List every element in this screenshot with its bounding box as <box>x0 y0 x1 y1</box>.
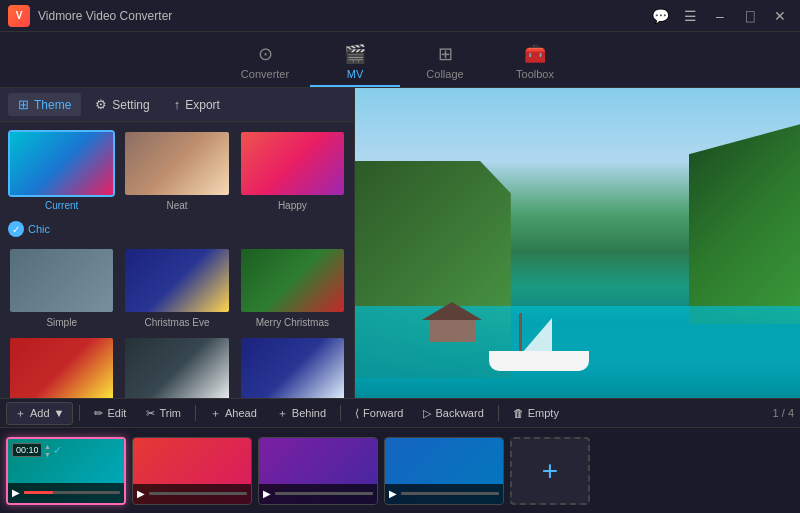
clip-progress-2[interactable] <box>149 492 247 495</box>
theme-merry[interactable]: Merry Christmas <box>239 247 346 328</box>
clip-time-arrows-1: ▲ ▼ <box>44 443 51 458</box>
sub-tab-setting[interactable]: ⚙ Setting <box>85 93 159 116</box>
timeline-clip-1[interactable]: ▲ ▼ ✓ ▶ <box>6 437 126 505</box>
clip-progress-fill-1 <box>24 491 53 494</box>
trim-button[interactable]: ✂ Trim <box>138 404 189 423</box>
theme-happy[interactable]: Happy <box>239 130 346 211</box>
clip-progress-1[interactable] <box>24 491 120 494</box>
clip-time-input-1[interactable] <box>12 443 42 457</box>
video-preview <box>355 88 800 451</box>
sub-tab-export[interactable]: ↑ Export <box>164 93 230 116</box>
close-button[interactable]: ✕ <box>768 6 792 26</box>
export-icon: ↑ <box>174 97 181 112</box>
hut-roof <box>422 302 482 320</box>
restore-button[interactable]: ⎕ <box>738 6 762 26</box>
clip-controls-1: ▶ <box>8 483 124 503</box>
boat-body <box>489 351 589 371</box>
backward-button[interactable]: ▷ Backward <box>415 404 491 423</box>
timeline-clip-2[interactable]: ▶ <box>132 437 252 505</box>
timeline-clip-3[interactable]: ▶ <box>258 437 378 505</box>
backward-label: Backward <box>435 407 483 419</box>
clip-controls-4: ▶ <box>385 484 503 504</box>
separator-3 <box>340 405 341 421</box>
tab-toolbox-label: Toolbox <box>516 68 554 80</box>
tab-converter-label: Converter <box>241 68 289 80</box>
theme-simple[interactable]: Simple <box>8 247 115 328</box>
add-button[interactable]: ＋ Add ▼ <box>6 402 73 425</box>
add-clip-icon: + <box>542 455 558 487</box>
sub-tab-export-label: Export <box>185 98 220 112</box>
title-bar: V Vidmore Video Converter 💬 ☰ – ⎕ ✕ <box>0 0 800 32</box>
hut <box>422 302 482 342</box>
cliff-right <box>689 124 800 324</box>
separator-4 <box>498 405 499 421</box>
clip-time-down-1[interactable]: ▼ <box>44 451 51 458</box>
behind-label: Behind <box>292 407 326 419</box>
edit-button[interactable]: ✏ Edit <box>86 404 134 423</box>
setting-icon: ⚙ <box>95 97 107 112</box>
add-chevron-icon: ▼ <box>54 407 65 419</box>
theme-christmas-label: Christmas Eve <box>144 317 209 328</box>
chic-text: Chic <box>28 223 50 235</box>
tab-mv[interactable]: 🎬 MV <box>310 37 400 87</box>
clip-controls-3: ▶ <box>259 484 377 504</box>
clip-controls-2: ▶ <box>133 484 251 504</box>
behind-button[interactable]: ＋ Behind <box>269 403 334 424</box>
video-background <box>355 88 800 451</box>
add-label: Add <box>30 407 50 419</box>
trim-label: Trim <box>159 407 181 419</box>
clip-play-4[interactable]: ▶ <box>389 488 397 499</box>
bottom-area: ＋ Add ▼ ✏ Edit ✂ Trim ＋ Ahead ＋ Behind ⟨… <box>0 398 800 513</box>
chic-section-label: ✓ Chic <box>8 219 346 239</box>
clip-time-up-1[interactable]: ▲ <box>44 443 51 450</box>
sub-tab-theme[interactable]: ⊞ Theme <box>8 93 81 116</box>
theme-neat-label: Neat <box>166 200 187 211</box>
add-clip-button[interactable]: + <box>510 437 590 505</box>
ahead-label: Ahead <box>225 407 257 419</box>
bottom-toolbar: ＋ Add ▼ ✏ Edit ✂ Trim ＋ Ahead ＋ Behind ⟨… <box>0 398 800 428</box>
timeline: ▲ ▼ ✓ ▶ ▶ <box>0 428 800 513</box>
collage-icon: ⊞ <box>438 43 453 65</box>
clip-progress-3[interactable] <box>275 492 373 495</box>
clip-play-1[interactable]: ▶ <box>12 487 20 498</box>
empty-button[interactable]: 🗑 Empty <box>505 404 567 422</box>
backward-icon: ▷ <box>423 407 431 420</box>
clip-progress-4[interactable] <box>401 492 499 495</box>
forward-label: Forward <box>363 407 403 419</box>
tab-mv-label: MV <box>347 68 364 80</box>
chat-button[interactable]: 💬 <box>648 6 672 26</box>
sub-tab-setting-label: Setting <box>112 98 149 112</box>
tab-collage[interactable]: ⊞ Collage <box>400 37 490 87</box>
behind-icon: ＋ <box>277 406 288 421</box>
app-title: Vidmore Video Converter <box>38 9 648 23</box>
clip-play-2[interactable]: ▶ <box>137 488 145 499</box>
forward-button[interactable]: ⟨ Forward <box>347 404 411 423</box>
main-tab-bar: ⊙ Converter 🎬 MV ⊞ Collage 🧰 Toolbox <box>0 32 800 88</box>
theme-christmas[interactable]: Christmas Eve <box>123 247 230 328</box>
converter-icon: ⊙ <box>258 43 273 65</box>
theme-neat[interactable]: Neat <box>123 130 230 211</box>
timeline-clip-4[interactable]: ▶ <box>384 437 504 505</box>
edit-label: Edit <box>107 407 126 419</box>
mv-icon: 🎬 <box>344 43 366 65</box>
theme-merry-label: Merry Christmas <box>256 317 329 328</box>
theme-current-label: Current <box>45 200 78 211</box>
empty-label: Empty <box>528 407 559 419</box>
ahead-button[interactable]: ＋ Ahead <box>202 403 265 424</box>
minimize-button[interactable]: – <box>708 6 732 26</box>
separator-1 <box>79 405 80 421</box>
tab-converter[interactable]: ⊙ Converter <box>220 37 310 87</box>
theme-current[interactable]: Current <box>8 130 115 211</box>
empty-icon: 🗑 <box>513 407 524 419</box>
page-count: 1 / 4 <box>773 407 794 419</box>
theme-happy-label: Happy <box>278 200 307 211</box>
menu-button[interactable]: ☰ <box>678 6 702 26</box>
tab-toolbox[interactable]: 🧰 Toolbox <box>490 37 580 87</box>
sub-tab-theme-label: Theme <box>34 98 71 112</box>
trim-icon: ✂ <box>146 407 155 420</box>
separator-2 <box>195 405 196 421</box>
clip-check-1[interactable]: ✓ <box>53 444 62 457</box>
tab-collage-label: Collage <box>426 68 463 80</box>
clip-play-3[interactable]: ▶ <box>263 488 271 499</box>
theme-icon: ⊞ <box>18 97 29 112</box>
